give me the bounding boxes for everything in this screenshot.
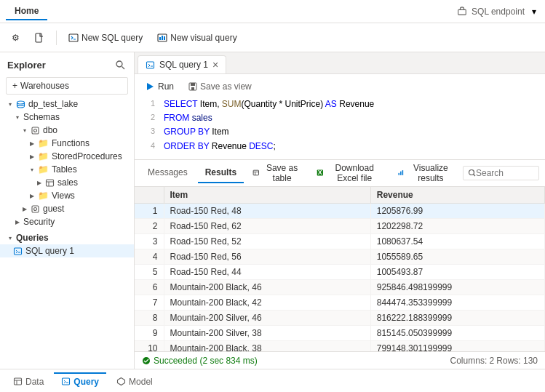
sql-query-tab[interactable]: SQL query 1 × <box>138 55 226 73</box>
home-tab[interactable]: Home <box>6 3 47 20</box>
endpoint-chevron[interactable]: ▾ <box>529 4 539 20</box>
row-num: 2 <box>135 218 164 233</box>
table-row[interactable]: 5 Road-150 Red, 44 1005493.87 <box>135 264 545 279</box>
query-tab-icon2 <box>61 377 71 386</box>
table-row[interactable]: 10 Mountain-200 Black, 38 799148.3011999… <box>135 340 545 351</box>
file-icon <box>34 33 44 43</box>
bottom-tab-query[interactable]: Query <box>54 372 106 390</box>
success-icon <box>142 356 151 365</box>
visual-icon <box>157 33 167 43</box>
bottom-tab-data[interactable]: Data <box>6 372 51 390</box>
svg-rect-39 <box>63 378 70 385</box>
bottom-tabs: Data Query Model <box>0 369 545 392</box>
row-num: 9 <box>135 325 164 340</box>
save-as-view-button[interactable]: Save as view <box>184 80 256 93</box>
visualize-results-button[interactable]: Visualize results <box>391 160 460 186</box>
search-input[interactable] <box>476 168 534 178</box>
svg-rect-4 <box>159 37 161 40</box>
svg-point-16 <box>34 207 37 210</box>
row-num: 7 <box>135 295 164 310</box>
sidebar-item-views[interactable]: ▶ 📁 Views <box>0 189 134 202</box>
svg-rect-24 <box>191 87 194 90</box>
code-line-2: 2 FROM sales <box>140 111 539 125</box>
row-revenue: 799148.301199999 <box>370 340 544 351</box>
expand-icon: ▾ <box>6 100 15 108</box>
table-row[interactable]: 7 Mountain-200 Black, 42 844474.35339999… <box>135 295 545 310</box>
sidebar-item-security[interactable]: ▶ Security <box>0 215 134 228</box>
sidebar-item-storedprocedures[interactable]: ▶ 📁 StoredProcedures <box>0 150 134 163</box>
svg-line-34 <box>474 175 476 177</box>
new-file-button[interactable] <box>28 30 50 46</box>
svg-rect-30 <box>399 173 399 175</box>
sidebar-item-schemas[interactable]: ▾ Schemas <box>0 111 134 124</box>
sidebar-item-label: Views <box>52 191 75 201</box>
save-as-table-button[interactable]: Save as table <box>247 160 308 186</box>
table-row[interactable]: 8 Mountain-200 Silver, 46 816222.1883999… <box>135 310 545 325</box>
row-num: 4 <box>135 249 164 264</box>
sidebar-item-queries[interactable]: ▾ Queries <box>0 231 134 244</box>
svg-rect-32 <box>402 170 403 175</box>
toolbar-divider-1 <box>56 31 57 45</box>
status-bar: Succeeded (2 sec 834 ms) Columns: 2 Rows… <box>135 351 545 369</box>
table-row[interactable]: 9 Mountain-200 Silver, 38 815145.0503999… <box>135 325 545 340</box>
table-row[interactable]: 3 Road-150 Red, 52 1080637.54 <box>135 233 545 249</box>
download-excel-label: Download Excel file <box>326 163 383 183</box>
row-revenue: 816222.188399999 <box>370 310 544 325</box>
svg-rect-17 <box>15 248 22 255</box>
query-tab-close[interactable]: × <box>212 60 218 70</box>
code-editor[interactable]: 1 SELECT Item, SUM(Quantity * UnitPrice)… <box>140 97 539 153</box>
table-row[interactable]: 4 Road-150 Red, 56 1055589.65 <box>135 249 545 264</box>
sql-icon <box>68 33 79 43</box>
results-tab[interactable]: Results <box>198 163 244 183</box>
table-row[interactable]: 1 Road-150 Red, 48 1205876.99 <box>135 203 545 218</box>
table-row[interactable]: 2 Road-150 Red, 62 1202298.72 <box>135 218 545 233</box>
add-warehouse-button[interactable]: + Warehouses <box>6 77 128 95</box>
row-item: Mountain-200 Black, 46 <box>164 279 370 295</box>
expand-icon: ▾ <box>20 126 29 135</box>
sidebar-item-dbo[interactable]: ▾ dbo <box>0 124 134 137</box>
row-item: Road-150 Red, 44 <box>164 264 370 279</box>
svg-rect-2 <box>69 34 78 41</box>
top-bar-tabs: Home <box>6 3 47 20</box>
folder-icon: 📁 <box>38 164 49 175</box>
col-header-item: Item <box>164 187 370 204</box>
run-icon <box>145 81 155 92</box>
new-visual-button[interactable]: New visual query <box>151 30 242 46</box>
settings-button[interactable]: ⚙ <box>6 30 25 46</box>
status-text: Succeeded (2 sec 834 ms) <box>154 356 258 366</box>
bottom-tab-model[interactable]: Model <box>109 372 160 390</box>
results-area: Messages Results Save as table X Downloa… <box>135 160 545 369</box>
model-tab-icon <box>116 377 126 386</box>
table-row[interactable]: 6 Mountain-200 Black, 46 925846.49819999… <box>135 279 545 295</box>
add-icon: + <box>12 81 17 91</box>
sidebar-item-dp_test_lake[interactable]: ▾ dp_test_lake <box>0 97 134 111</box>
editor-toolbar: Run Save as view <box>140 80 539 93</box>
main-layout: Explorer + Warehouses ▾ dp_test_lake ▾ S… <box>0 52 545 369</box>
search-icon <box>115 60 125 70</box>
expand-icon: ▾ <box>28 165 36 174</box>
sidebar-title: Explorer <box>7 60 46 71</box>
sidebar-search-button[interactable] <box>114 58 127 71</box>
results-search-box[interactable] <box>463 166 539 180</box>
sidebar-item-label: Security <box>23 217 55 227</box>
sidebar-item-functions[interactable]: ▶ 📁 Functions <box>0 137 134 150</box>
new-sql-button[interactable]: New SQL query <box>63 30 148 46</box>
main-toolbar: ⚙ New SQL query New visual query <box>0 23 545 52</box>
messages-tab[interactable]: Messages <box>140 163 195 183</box>
run-button[interactable]: Run <box>140 80 178 93</box>
expand-icon: ▶ <box>28 139 36 148</box>
svg-rect-6 <box>164 36 165 40</box>
sidebar-item-sqlquery1[interactable]: SQL query 1 <box>0 244 134 257</box>
row-item: Mountain-200 Silver, 46 <box>164 310 370 325</box>
sidebar-item-guest[interactable]: ▶ guest <box>0 202 134 215</box>
save-icon <box>188 82 197 91</box>
messages-tab-label: Messages <box>148 167 188 177</box>
sidebar-item-sales[interactable]: ▶ sales <box>0 176 134 189</box>
results-tbody: 1 Road-150 Red, 48 1205876.99 2 Road-150… <box>135 203 545 351</box>
expand-icon: ▾ <box>13 113 22 121</box>
row-item: Road-150 Red, 56 <box>164 249 370 264</box>
download-excel-button[interactable]: X Download Excel file <box>311 160 389 186</box>
sidebar-item-label: dp_test_lake <box>28 99 78 109</box>
sidebar-item-tables[interactable]: ▾ 📁 Tables <box>0 163 134 176</box>
svg-point-11 <box>34 129 37 132</box>
